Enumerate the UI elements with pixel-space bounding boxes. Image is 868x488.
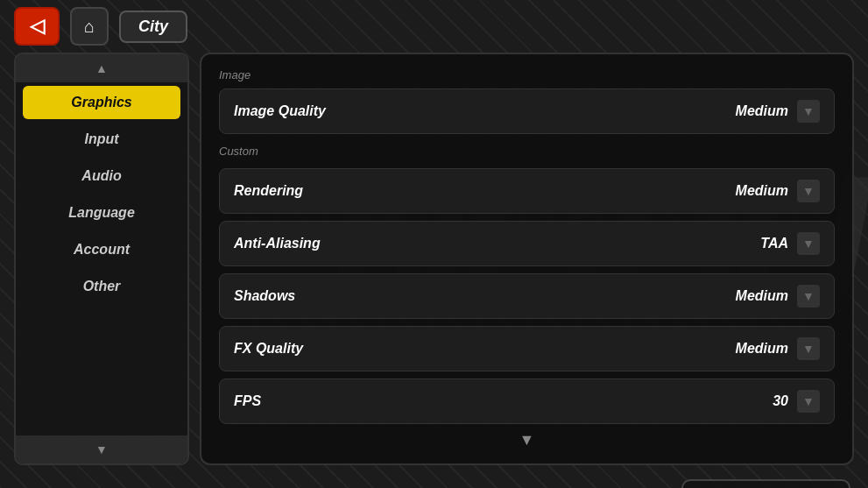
dropdown-arrow-fps: ▼ [797,390,820,413]
sidebar-items: Graphics Input Audio Language Account Ot… [16,82,187,435]
setting-value-text-image-quality: Medium [736,103,788,119]
settings-list: Image Quality Medium ▼ Custom Rendering … [219,88,835,424]
dropdown-arrow-shadows: ▼ [797,285,820,308]
scroll-up-icon: ▲ [95,61,108,75]
sidebar-item-graphics[interactable]: Graphics [23,86,180,119]
dropdown-arrow-fx-quality: ▼ [797,337,820,360]
sidebar: ▲ Graphics Input Audio Language Account [14,53,189,465]
setting-label-fx-quality: FX Quality [234,341,303,357]
setting-value-shadows[interactable]: Medium ▼ [736,285,820,308]
content-area: ▲ Graphics Input Audio Language Account [0,53,868,479]
setting-row-fps: FPS 30 ▼ [219,378,835,424]
location-badge: City [119,11,187,43]
bottom-bar: ↺ Restore Default [0,479,868,488]
sidebar-item-language[interactable]: Language [23,196,180,230]
scroll-down-button[interactable]: ▼ [219,424,835,449]
setting-row-image-quality: Image Quality Medium ▼ [219,88,835,134]
back-button[interactable]: ◁ [14,7,60,46]
sidebar-item-other[interactable]: Other [23,270,180,303]
restore-default-button[interactable]: ↺ Restore Default [681,479,850,488]
setting-row-anti-aliasing: Anti-Aliasing TAA ▼ [219,221,835,266]
home-icon: ⌂ [84,17,95,37]
back-icon: ◁ [30,15,45,38]
setting-row-fx-quality: FX Quality Medium ▼ [219,326,835,371]
home-button[interactable]: ⌂ [70,7,109,46]
sidebar-item-audio[interactable]: Audio [23,159,180,193]
main-panel: Image Image Quality Medium ▼ Custom Rend… [200,53,854,465]
setting-value-anti-aliasing[interactable]: TAA ▼ [760,232,820,255]
sidebar-item-input[interactable]: Input [23,123,180,156]
section-image-label: Image [219,68,835,81]
location-text: City [138,18,168,35]
dropdown-arrow-image-quality: ▼ [797,100,820,123]
setting-value-text-shadows: Medium [736,288,788,304]
scroll-down-icon: ▼ [95,442,108,456]
setting-row-rendering: Rendering Medium ▼ [219,168,835,214]
setting-label-shadows: Shadows [234,288,295,304]
scroll-down-arrow-icon: ▼ [519,431,535,449]
setting-row-shadows: Shadows Medium ▼ [219,273,835,319]
setting-value-image-quality[interactable]: Medium ▼ [736,100,820,123]
setting-value-text-anti-aliasing: TAA [760,236,788,251]
top-bar: ◁ ⌂ City [0,0,868,53]
section-custom-label: Custom [219,141,835,161]
setting-label-anti-aliasing: Anti-Aliasing [234,236,321,251]
setting-label-rendering: Rendering [234,183,303,199]
setting-value-text-fx-quality: Medium [736,341,788,357]
sidebar-scroll-up-button[interactable]: ▲ [16,54,187,82]
sidebar-item-account[interactable]: Account [23,233,180,266]
setting-value-fx-quality[interactable]: Medium ▼ [736,337,820,360]
setting-value-rendering[interactable]: Medium ▼ [736,180,820,202]
setting-value-text-rendering: Medium [736,183,788,199]
dropdown-arrow-anti-aliasing: ▼ [797,232,820,255]
setting-value-text-fps: 30 [773,393,788,409]
setting-label-fps: FPS [234,393,261,409]
setting-label-image-quality: Image Quality [234,103,326,119]
dropdown-arrow-rendering: ▼ [797,180,820,202]
sidebar-scroll-down-button[interactable]: ▼ [16,435,187,463]
setting-value-fps[interactable]: 30 ▼ [773,390,820,413]
